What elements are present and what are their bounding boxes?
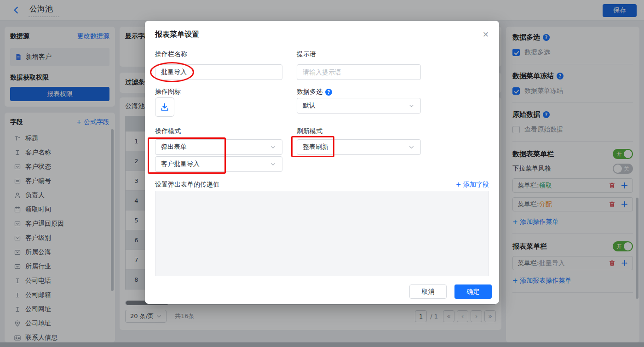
multiselect-select[interactable]: 默认	[297, 98, 421, 114]
help-icon[interactable]: ?	[325, 89, 332, 96]
download-icon	[160, 102, 169, 112]
action-icon-button[interactable]	[155, 97, 174, 117]
action-icon-label: 操作图标	[155, 88, 181, 96]
opmode-label: 操作模式	[155, 127, 181, 136]
add-field-link[interactable]: + 添加字段	[456, 181, 489, 189]
confirm-button[interactable]: 确定	[454, 284, 492, 299]
refresh-mode-label: 刷新模式	[297, 127, 322, 136]
chevron-down-icon	[270, 161, 276, 168]
cancel-button[interactable]: 取消	[409, 284, 447, 299]
opmode-target-select[interactable]: 客户批量导入	[155, 156, 282, 172]
report-menu-settings-dialog: 报表菜单设置 ✕ 操作栏名称 提示语 操作图标 数据多选 ? 默认 操作模式 刷…	[145, 21, 499, 304]
chevron-down-icon	[408, 102, 415, 109]
opmode-select[interactable]: 弹出表单	[155, 139, 282, 155]
multiselect-label: 数据多选 ?	[297, 88, 332, 96]
refresh-mode-select[interactable]: 整表刷新	[297, 139, 421, 155]
dialog-title: 报表菜单设置	[155, 30, 199, 40]
action-name-label: 操作栏名称	[155, 50, 187, 58]
passvalue-label: 设置弹出表单的传递值	[155, 181, 219, 189]
tip-input[interactable]	[297, 64, 421, 80]
action-name-input[interactable]	[155, 64, 282, 80]
close-icon[interactable]: ✕	[483, 30, 489, 39]
dialog-header: 报表菜单设置 ✕	[145, 21, 499, 48]
chevron-down-icon	[408, 144, 415, 151]
tip-label: 提示语	[297, 50, 316, 58]
passvalue-panel	[155, 191, 489, 276]
chevron-down-icon	[270, 144, 276, 151]
